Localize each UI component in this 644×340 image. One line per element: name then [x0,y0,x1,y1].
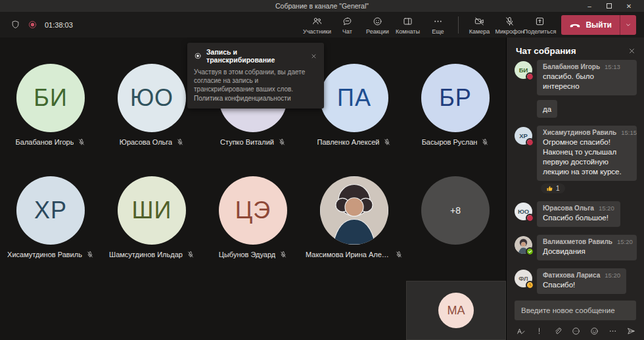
toolbar-button-rooms[interactable]: Комнаты [392,15,423,35]
status-available-icon [526,247,534,256]
participant-name-row: Ступко Виталий [220,138,286,146]
mic-muted-icon [278,138,286,146]
leave-button-main[interactable]: Выйти [561,15,620,35]
window-titlebar: Собрание в канале "General" – ✕ [0,0,644,12]
participant-avatar: ЮО [118,64,186,132]
status-busy-icon [526,72,534,81]
leave-label: Выйти [586,20,612,30]
leave-options-button[interactable] [620,15,636,35]
compose-format-icon[interactable] [516,326,526,336]
compose-attach-icon[interactable] [553,326,563,336]
mic-muted-icon [86,251,94,258]
self-video-tile[interactable]: МА [406,281,506,340]
participant-name-row: Хисамутдинов Равиль [7,251,94,258]
meeting-timer: 01:38:03 [45,21,73,29]
participant-photo-avatar [320,176,388,245]
message-time: 15:20 [617,238,633,245]
participant-tile[interactable]: ШИШамсутдинов Ильдар [101,176,202,258]
chat-compose [507,295,644,340]
message-avatar: ХР [515,127,532,145]
leave-button[interactable]: Выйти [561,15,636,35]
participant-avatar: БР [421,64,490,132]
mic-muted-icon [78,138,85,146]
mic-muted-icon [481,138,489,146]
toolbar-button-camera-off[interactable]: Камера [464,15,494,35]
message-bubble: Фатихова Лариса15:20Спасибо! [537,268,626,294]
chat-icon [342,16,353,27]
toolbar-button-more[interactable]: Еще [423,15,453,35]
privacy-policy-link[interactable]: Политика конфиденциальности [194,94,291,103]
toolbar-button-people[interactable]: Участники [302,15,332,35]
participant-name: Басыров Руслан [422,138,478,146]
participant-name: Юрасова Ольга [120,138,172,146]
mic-muted-icon [279,251,287,258]
record-icon [194,52,202,60]
main-area: Запись и транскрибирование Участвуя в эт… [0,37,644,340]
participant-avatar: БИ [16,64,85,132]
chat-input[interactable] [515,301,636,320]
meeting-toolbar: 01:38:03 УчастникиЧатРеакцииКомнатыЕщеКа… [0,12,644,37]
participant-tile[interactable]: БРБасыров Руслан [405,64,506,146]
status-busy-icon [526,138,534,147]
toolbar-button-chat[interactable]: Чат [332,15,362,35]
reactions-icon [372,16,383,27]
participant-name-row: Павленко Алексей [317,138,392,146]
toolbar-divider [458,16,459,34]
participant-name: Ступко Виталий [220,138,274,146]
message-author: Балабанов Игорь [543,63,600,70]
chat-message-list[interactable]: и полезно.БИБалабанов Игорь15:13спасибо.… [507,60,644,295]
window-title: Собрание в канале "General" [275,2,369,10]
meeting-stage: Запись и транскрибирование Участвуя в эт… [0,37,506,340]
message-bubble: Валиахметов Равиль15:20Досвидания [537,235,637,260]
message-text: Спасибо большое! [543,213,614,223]
recording-banner-title: Запись и транскрибирование [206,48,306,64]
compose-toolbar [515,326,636,337]
participant-tile[interactable]: БИБалабанов Игорь [0,64,101,146]
participant-name-row: Балабанов Игорь [16,138,86,146]
participant-tile[interactable]: ХРХисамутдинов Равиль [0,176,101,258]
message-avatar: ЮО [515,203,532,220]
overflow-participants: +8 [421,176,490,245]
participant-tile[interactable]: Максимова Ирина Алексан... [304,176,405,258]
toolbar-button-reactions[interactable]: Реакции [362,15,392,35]
camera-off-icon [474,16,485,27]
participant-avatar: ШИ [118,176,186,245]
chat-message: ЮОЮрасова Ольга15:20Спасибо большое! [515,201,639,227]
maximize-button[interactable] [599,0,619,12]
toolbar-button-mic-off[interactable]: Микрофон [494,15,524,35]
recording-banner-body: Участвуя в этом собрании, вы даете согла… [194,68,317,103]
compose-more-icon[interactable] [608,326,618,336]
message-reaction[interactable]: 1 [541,183,565,193]
people-icon [311,16,323,27]
send-button[interactable] [626,326,636,336]
message-author: Фатихова Лариса [543,272,600,279]
compose-priority-icon[interactable] [534,326,544,336]
mic-muted-icon [176,138,184,146]
participant-avatar: ХР [16,176,85,245]
participant-name-row: Цыбунов Эдуард [219,251,287,258]
message-time: 15:20 [599,205,614,212]
message-time: 15:13 [605,63,620,70]
participant-name-row: Максимова Ирина Алексан... [306,251,403,258]
teams-meeting-window: Собрание в канале "General" – ✕ 01:38:03… [0,0,644,340]
more-icon [432,16,444,27]
message-time: 15:15 [621,129,637,136]
participant-name: Максимова Ирина Алексан... [306,251,391,258]
toolbar-button-share[interactable]: Поделиться [524,15,555,35]
compose-gif-icon[interactable] [571,326,581,336]
chat-message: ФЛФатихова Лариса15:20Спасибо! [515,268,639,294]
self-initials: МА [448,304,465,318]
participant-tile[interactable]: +8 [405,176,506,258]
chat-close-button[interactable] [628,47,636,55]
mic-off-icon [504,16,515,27]
minimize-button[interactable]: – [580,0,599,12]
participant-name: Павленко Алексей [317,138,380,146]
participant-tile[interactable]: ЦЭЦыбунов Эдуард [202,176,304,258]
message-time: 15:20 [605,272,620,279]
participant-name: Цыбунов Эдуард [219,251,275,258]
participant-name-row: Басыров Руслан [422,138,490,146]
banner-close-button[interactable] [310,53,317,60]
compose-emoji-icon[interactable] [589,326,599,336]
message-bubble: Юрасова Ольга15:20Спасибо большое! [537,201,620,227]
close-button[interactable]: ✕ [619,0,639,12]
